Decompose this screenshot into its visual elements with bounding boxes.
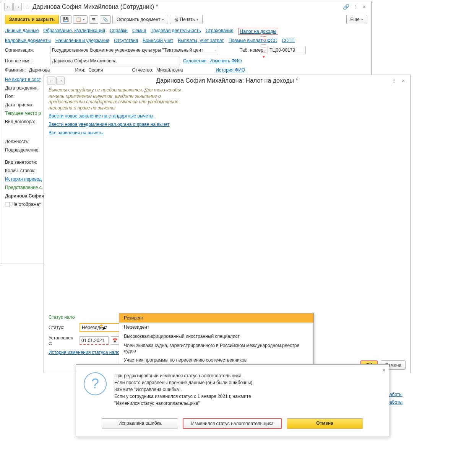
org-field[interactable]: Государственное бюджетное учреждение кул… bbox=[50, 46, 218, 54]
list-button[interactable]: ≣ bbox=[89, 15, 98, 24]
tab-payments[interactable]: Выплаты, учет затрат bbox=[178, 38, 224, 43]
back-button[interactable]: ← bbox=[4, 3, 13, 11]
close-icon-2[interactable]: × bbox=[399, 77, 407, 85]
no-display-label: Не отображат bbox=[11, 202, 41, 207]
info-text: Вычеты сотруднику не предоставляются. Дл… bbox=[44, 86, 410, 112]
link-icon[interactable]: 🔗 bbox=[342, 3, 350, 11]
surname-value: Даринова bbox=[29, 67, 50, 73]
firstname-value: София bbox=[88, 67, 103, 73]
tab-fss[interactable]: Прямые выплаты ФСС bbox=[229, 38, 277, 43]
tab-references[interactable]: Справки bbox=[110, 28, 128, 35]
forward-button-2[interactable]: → bbox=[56, 77, 65, 85]
clipboard-button[interactable]: 📋▾ bbox=[73, 15, 88, 24]
all-deductions-link[interactable]: Все заявления на вычеты bbox=[49, 130, 104, 135]
change-fio-link[interactable]: Изменить ФИО bbox=[209, 58, 242, 64]
no-display-checkbox[interactable] bbox=[5, 202, 10, 207]
new-standard-deduction-link[interactable]: Ввести новое заявление на стандартные вы… bbox=[49, 113, 153, 119]
patronymic-value: Михайловна bbox=[156, 67, 183, 73]
patronymic-label: Отчество: bbox=[132, 67, 154, 73]
more-button[interactable]: Еще▾ bbox=[346, 15, 367, 24]
forward-button[interactable]: → bbox=[13, 3, 22, 11]
tab-education[interactable]: Образование, квалификация bbox=[43, 28, 105, 35]
tab-hr-docs[interactable]: Кадровые документы bbox=[5, 38, 51, 43]
firstname-label: Имя: bbox=[75, 67, 85, 73]
tab-insurance[interactable]: Страхование bbox=[206, 28, 234, 35]
org-label: Организация: bbox=[5, 47, 47, 53]
tab-personal[interactable]: Личные данные bbox=[5, 28, 39, 35]
fullname-field[interactable]: Даринова София Михайловна bbox=[50, 57, 180, 65]
save-close-button[interactable]: Записать и закрыть bbox=[5, 15, 59, 24]
window-title: Даринова София Михайловна (Сотрудник) * bbox=[32, 3, 341, 10]
document-button[interactable]: Оформить документ▾ bbox=[112, 15, 168, 24]
print-button[interactable]: 🖨Печать▾ bbox=[170, 15, 203, 24]
window2-title: Даринова София Михайловна: Налог на дохо… bbox=[65, 77, 389, 84]
tab-labor[interactable]: Трудовая деятельность bbox=[151, 28, 201, 35]
surname-label: Фамилия: bbox=[5, 67, 26, 73]
menu-icon[interactable]: ⋮ bbox=[351, 3, 359, 11]
not-in-link[interactable]: Не входит в сост bbox=[5, 77, 41, 82]
tab-family[interactable]: Семья bbox=[132, 28, 146, 35]
save-button[interactable]: 💾 bbox=[60, 15, 71, 24]
menu-icon-2[interactable]: ⋮ bbox=[390, 77, 398, 85]
new-notification-link[interactable]: Ввести новое уведомление нал.органа о пр… bbox=[49, 122, 169, 127]
close-icon[interactable]: × bbox=[360, 3, 368, 11]
back-button-2[interactable]: ← bbox=[47, 77, 55, 85]
star-icon[interactable]: ☆ bbox=[25, 3, 30, 11]
fullname-label: Полное имя: bbox=[5, 58, 47, 64]
attach-button[interactable]: 📎 bbox=[100, 15, 111, 24]
tab-accruals[interactable]: Начисления и удержания bbox=[55, 38, 109, 43]
fio-history-link[interactable]: История ФИО bbox=[216, 67, 245, 73]
tab-military[interactable]: Воинский учет bbox=[143, 38, 173, 43]
tabnum-field[interactable]: ТЦ00-00179 bbox=[268, 46, 306, 54]
tab-income-tax[interactable]: Налог на доходы bbox=[238, 28, 278, 35]
declension-link[interactable]: Склонения bbox=[183, 58, 206, 64]
tab-absence[interactable]: Отсутствия bbox=[114, 38, 138, 43]
transfer-history-link[interactable]: История перевод bbox=[5, 176, 42, 182]
annotation-arrow: ┊┊┊┊┊┊┊┊▾ bbox=[261, 33, 266, 59]
tab-sotp[interactable]: СОТП bbox=[282, 38, 295, 43]
